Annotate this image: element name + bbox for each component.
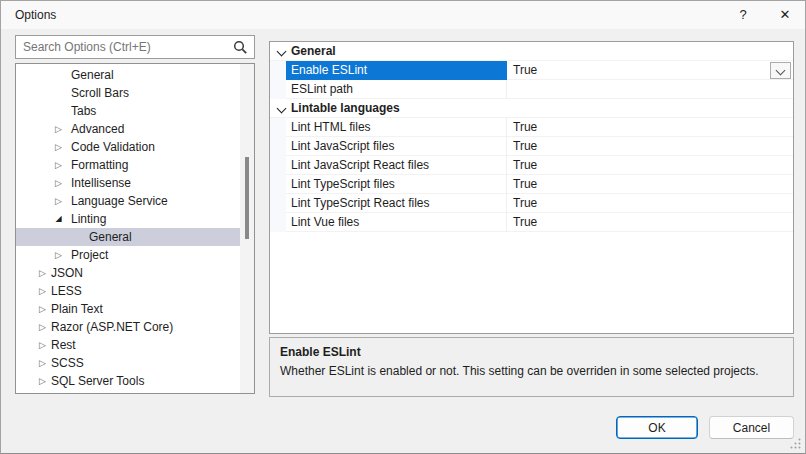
tree-item-code-validation[interactable]: ▷Code Validation bbox=[16, 138, 240, 156]
tree-item-label: LESS bbox=[51, 282, 82, 300]
tree-expand-icon[interactable]: ▷ bbox=[53, 192, 64, 210]
row-gutter bbox=[270, 194, 286, 213]
tree-item-label: General bbox=[71, 66, 114, 84]
tree-expand-icon[interactable]: ▷ bbox=[53, 156, 64, 174]
setting-row-eslint-path[interactable]: ESLint path bbox=[270, 80, 793, 99]
tree-expand-icon[interactable]: ▷ bbox=[53, 246, 64, 264]
setting-row-lint-javascript-files[interactable]: Lint JavaScript filesTrue bbox=[270, 137, 793, 156]
setting-name[interactable]: Lint HTML files bbox=[286, 118, 507, 137]
row-gutter bbox=[270, 118, 286, 137]
setting-value[interactable]: True bbox=[507, 118, 793, 137]
setting-name[interactable]: Lint Vue files bbox=[286, 213, 507, 232]
setting-name[interactable]: ESLint path bbox=[286, 80, 507, 99]
setting-value[interactable]: True bbox=[507, 137, 793, 156]
page-title: Options bbox=[15, 1, 56, 29]
tree-item-scroll-bars[interactable]: Scroll Bars bbox=[16, 84, 240, 102]
tree-item-label: Intellisense bbox=[71, 174, 131, 192]
tree-item-general[interactable]: General bbox=[16, 66, 240, 84]
setting-name[interactable]: Lint JavaScript files bbox=[286, 137, 507, 156]
tree-item-label: SCSS bbox=[51, 354, 84, 372]
tree-collapse-icon[interactable]: ◢ bbox=[53, 210, 64, 228]
setting-value[interactable]: True bbox=[507, 194, 793, 213]
tree-expand-icon[interactable]: ▷ bbox=[37, 300, 48, 318]
category-lintable-languages[interactable]: Lintable languages bbox=[270, 99, 793, 118]
row-gutter bbox=[270, 137, 286, 156]
setting-row-lint-html-files[interactable]: Lint HTML filesTrue bbox=[270, 118, 793, 137]
tree-item-tabs[interactable]: Tabs bbox=[16, 102, 240, 120]
ok-button[interactable]: OK bbox=[616, 416, 698, 439]
tree-expand-icon[interactable]: ▷ bbox=[53, 138, 64, 156]
tree-item-label: Formatting bbox=[71, 156, 128, 174]
setting-value[interactable]: True bbox=[507, 175, 793, 194]
tree-expand-icon[interactable]: ▷ bbox=[37, 372, 48, 390]
tree-expand-icon[interactable]: ▷ bbox=[53, 120, 64, 138]
row-gutter bbox=[270, 175, 286, 194]
setting-value[interactable]: True bbox=[507, 156, 793, 175]
setting-value[interactable] bbox=[507, 80, 793, 99]
category-general[interactable]: General bbox=[270, 42, 793, 61]
setting-name[interactable]: Lint JavaScript React files bbox=[286, 156, 507, 175]
setting-description-panel: Enable ESLint Whether ESLint is enabled … bbox=[269, 337, 794, 397]
tree-item-label: Language Service bbox=[71, 192, 168, 210]
tree-item-language-service[interactable]: ▷Language Service bbox=[16, 192, 240, 210]
help-button[interactable]: ? bbox=[727, 1, 759, 29]
setting-row-lint-vue-files[interactable]: Lint Vue filesTrue bbox=[270, 213, 793, 232]
tree-item-linting[interactable]: ◢Linting bbox=[16, 210, 240, 228]
tree-item-intellisense[interactable]: ▷Intellisense bbox=[16, 174, 240, 192]
cancel-button[interactable]: Cancel bbox=[709, 416, 794, 439]
tree-scrollbar-thumb[interactable] bbox=[245, 157, 249, 239]
setting-value[interactable]: True bbox=[507, 213, 793, 232]
tree-item-project[interactable]: ▷Project bbox=[16, 246, 240, 264]
tree-item-label: SQL Server Tools bbox=[51, 372, 144, 390]
close-icon[interactable]: ✕ bbox=[769, 1, 801, 29]
tree-expand-icon[interactable]: ▷ bbox=[53, 174, 64, 192]
options-dialog: Options ? ✕ GeneralScroll BarsTabs▷Advan… bbox=[0, 0, 806, 454]
tree-expand-icon[interactable]: ▷ bbox=[37, 282, 48, 300]
tree-item-rest[interactable]: ▷Rest bbox=[16, 336, 240, 354]
chevron-down-icon bbox=[776, 66, 786, 76]
tree-item-general[interactable]: General bbox=[16, 228, 240, 246]
tree-item-less[interactable]: ▷LESS bbox=[16, 282, 240, 300]
chevron-down-icon[interactable] bbox=[277, 47, 287, 57]
tree-item-plain-text[interactable]: ▷Plain Text bbox=[16, 300, 240, 318]
tree-scrollbar-track[interactable] bbox=[240, 64, 254, 393]
tree-item-label: Razor (ASP.NET Core) bbox=[51, 318, 173, 336]
row-gutter bbox=[270, 61, 286, 80]
setting-row-lint-typescript-react-files[interactable]: Lint TypeScript React filesTrue bbox=[270, 194, 793, 213]
tree-item-razor-asp-net-core[interactable]: ▷Razor (ASP.NET Core) bbox=[16, 318, 240, 336]
setting-name[interactable]: Lint TypeScript files bbox=[286, 175, 507, 194]
setting-name[interactable]: Enable ESLint bbox=[286, 61, 507, 80]
tree-expand-icon[interactable]: ▷ bbox=[37, 264, 48, 282]
tree-item-label: Linting bbox=[71, 210, 106, 228]
setting-name[interactable]: Lint TypeScript React files bbox=[286, 194, 507, 213]
category-label: Lintable languages bbox=[291, 101, 400, 115]
tree-rows: GeneralScroll BarsTabs▷Advanced▷Code Val… bbox=[16, 66, 254, 390]
tree-item-json[interactable]: ▷JSON bbox=[16, 264, 240, 282]
tree-item-scss[interactable]: ▷SCSS bbox=[16, 354, 240, 372]
search-icon bbox=[233, 40, 248, 55]
category-label: General bbox=[291, 44, 336, 58]
tree-expand-icon[interactable]: ▷ bbox=[37, 354, 48, 372]
tree-item-label: Scroll Bars bbox=[71, 84, 129, 102]
setting-value[interactable]: True bbox=[507, 61, 793, 80]
tree-item-advanced[interactable]: ▷Advanced bbox=[16, 120, 240, 138]
setting-description-title: Enable ESLint bbox=[280, 345, 783, 359]
tree-item-label: Advanced bbox=[71, 120, 124, 138]
tree-expand-icon[interactable]: ▷ bbox=[37, 318, 48, 336]
value-dropdown-button[interactable] bbox=[770, 62, 791, 79]
setting-row-lint-typescript-files[interactable]: Lint TypeScript filesTrue bbox=[270, 175, 793, 194]
title-bar[interactable]: Options ? ✕ bbox=[1, 1, 805, 29]
tree-item-label: JSON bbox=[51, 264, 83, 282]
settings-grid: GeneralEnable ESLintTrueESLint pathLinta… bbox=[269, 41, 794, 334]
tree-item-formatting[interactable]: ▷Formatting bbox=[16, 156, 240, 174]
chevron-down-icon[interactable] bbox=[277, 104, 287, 114]
row-gutter bbox=[270, 80, 286, 99]
search-input[interactable] bbox=[16, 36, 233, 58]
tree-expand-icon[interactable]: ▷ bbox=[37, 336, 48, 354]
resize-grip[interactable] bbox=[790, 438, 801, 449]
setting-row-enable-eslint[interactable]: Enable ESLintTrue bbox=[270, 61, 793, 80]
setting-row-lint-javascript-react-files[interactable]: Lint JavaScript React filesTrue bbox=[270, 156, 793, 175]
search-box[interactable] bbox=[15, 35, 255, 59]
tree-item-label: Plain Text bbox=[51, 300, 103, 318]
tree-item-sql-server-tools[interactable]: ▷SQL Server Tools bbox=[16, 372, 240, 390]
